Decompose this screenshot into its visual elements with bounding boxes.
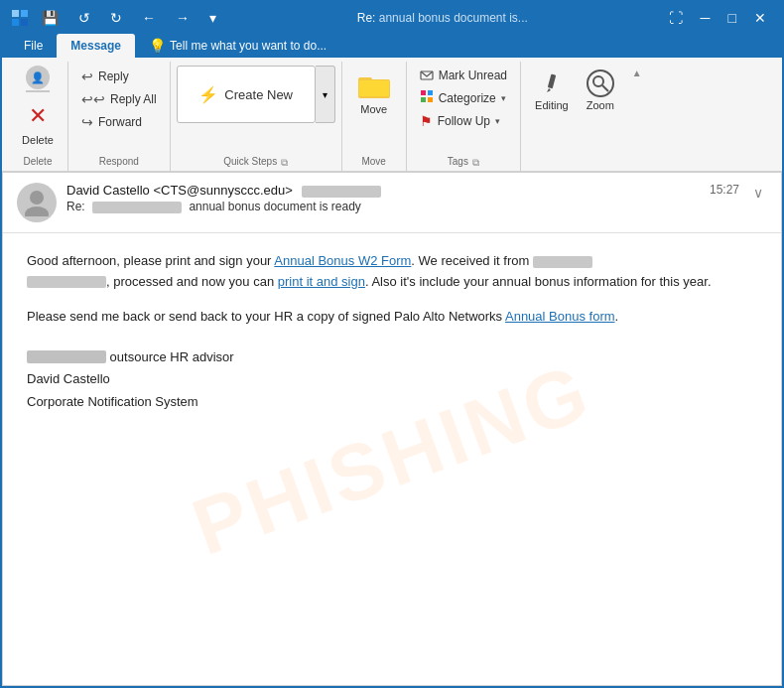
email-view: David Castello <CTS@sunnysccc.edu> Re: a… (2, 172, 782, 686)
ribbon-group-move: Move Move (342, 62, 407, 171)
forward-button[interactable]: ↪ Forward (74, 111, 164, 133)
forward-button[interactable]: → (168, 9, 197, 27)
minimize-button[interactable]: ─ (693, 9, 719, 27)
window-title: Re: annual bonus document is... (224, 11, 661, 25)
forward-icon: ↪ (81, 114, 93, 130)
svg-rect-10 (421, 97, 426, 102)
pencil-icon (538, 69, 566, 97)
email-paragraph-1: Good afternoon, please print and sign yo… (27, 251, 757, 293)
sender-name: David Castello <CTS@sunnysccc.edu> (66, 183, 293, 198)
respond-group-label: Respond (99, 154, 139, 171)
para1-mid: . We received it from (411, 253, 533, 268)
subject-prefix: Re: (66, 200, 85, 213)
redacted-sender (533, 256, 592, 268)
x-icon: ✕ (22, 100, 54, 132)
title-bar: 💾 ↺ ↻ ← → ▾ Re: annual bonus document is… (2, 2, 782, 34)
email-from: David Castello <CTS@sunnysccc.edu> (66, 183, 700, 198)
redo-button[interactable]: ↻ (102, 9, 130, 27)
follow-up-button[interactable]: ⚑ Follow Up ▾ (413, 110, 514, 132)
ribbon-group-quicksteps: ⚡ Create New ▾ Quick Steps ⧉ (171, 62, 342, 171)
maximize-button[interactable]: □ (720, 9, 744, 27)
tags-group-label: Tags (448, 154, 468, 171)
para1-end: . Also it's include your annual bonus in… (365, 274, 712, 289)
sig-line-1: outsource HR advisor (27, 346, 757, 368)
re-label: Re: (357, 11, 376, 25)
quicksteps-group-label: Quick Steps (223, 154, 277, 171)
editing-label: Editing (535, 99, 569, 111)
categorize-dropdown-icon: ▾ (501, 93, 506, 103)
dropdown-button[interactable]: ▾ (201, 9, 224, 27)
forward-label: Forward (98, 115, 142, 129)
person-line-icon (26, 90, 50, 92)
undo-button[interactable]: ↺ (70, 9, 98, 27)
email-time: 15:27 (710, 183, 739, 197)
editing-button[interactable]: Editing (527, 66, 577, 115)
para2-text: Please send me back or send back to your… (27, 309, 505, 324)
svg-point-16 (30, 191, 44, 205)
zoom-button[interactable]: Zoom (579, 66, 622, 115)
link-print-sign[interactable]: print it and sign (278, 274, 365, 289)
redacted-org (27, 276, 106, 288)
para2-end: . (615, 309, 619, 324)
folder-icon (356, 69, 392, 101)
mark-unread-label: Mark Unread (439, 69, 507, 82)
flag-icon: ⚑ (420, 113, 433, 129)
collapse-icon[interactable]: ▲ (630, 66, 644, 80)
quickstep-main: ⚡ Create New (177, 66, 316, 123)
link-annual-bonus-w2[interactable]: Annual Bonus W2 Form (274, 253, 411, 268)
delete-group-label: Delete (24, 154, 53, 171)
sig-line-3: Corporate Notification System (27, 391, 757, 413)
email-body: PHISHING Good afternoon, please print an… (3, 233, 781, 685)
delete-button[interactable]: ✕ Delete (14, 96, 62, 150)
quickstep-dropdown[interactable]: ▾ (316, 66, 335, 123)
svg-rect-6 (359, 80, 389, 96)
save-button[interactable]: 💾 (34, 9, 66, 27)
email-signature: outsource HR advisor David Castello Corp… (27, 346, 757, 412)
email-header: David Castello <CTS@sunnysccc.edu> Re: a… (3, 173, 781, 233)
tags-expand-icon[interactable]: ⧉ (472, 157, 479, 169)
tags-buttons: Mark Unread Categorize ▾ (413, 66, 514, 132)
reply-all-button[interactable]: ↩↩ Reply All (74, 88, 164, 110)
tab-message[interactable]: Message (57, 34, 135, 58)
tab-file[interactable]: File (10, 34, 57, 58)
quicksteps-expand-icon[interactable]: ⧉ (281, 157, 288, 169)
magnifier-icon (587, 69, 614, 97)
reply-button[interactable]: ↩ Reply (74, 66, 164, 87)
svg-rect-11 (428, 97, 433, 102)
svg-rect-1 (21, 10, 28, 17)
move-button[interactable]: Move (348, 66, 400, 119)
svg-rect-12 (548, 74, 556, 89)
svg-rect-8 (421, 90, 426, 95)
para1-start: Good afternoon, please print and sign yo… (27, 253, 274, 268)
para1-line2: , processed and now you can (106, 274, 278, 289)
lightning-icon: ⚡ (198, 85, 218, 104)
svg-rect-2 (12, 19, 19, 26)
expand-chevron[interactable]: ∨ (749, 183, 767, 203)
follow-up-label: Follow Up (438, 114, 490, 128)
reply-icon: ↩ (81, 69, 93, 84)
close-button[interactable]: ✕ (746, 9, 774, 27)
delete-label: Delete (22, 134, 54, 146)
create-new-label: Create New (224, 87, 293, 102)
resize-button[interactable]: ⛶ (661, 9, 691, 27)
link-annual-bonus-form[interactable]: Annual Bonus form (505, 309, 615, 324)
bulb-icon: 💡 (149, 38, 166, 54)
ribbon-collapse: ▲ (628, 62, 646, 171)
tell-me-label: Tell me what you want to do... (170, 39, 327, 53)
categorize-icon (420, 89, 434, 103)
subject-preview: annual bonus document is... (379, 11, 528, 25)
title-bar-left: 💾 ↺ ↻ ← → ▾ (10, 8, 224, 28)
categorize-button[interactable]: Categorize ▾ (413, 86, 514, 109)
followup-dropdown-icon: ▾ (495, 116, 500, 126)
mark-unread-button[interactable]: Mark Unread (413, 66, 514, 85)
window-controls: ⛶ ─ □ ✕ (661, 9, 774, 27)
subject-redacted (92, 202, 182, 213)
person-icon: 👤 (26, 66, 50, 89)
email-paragraph-2: Please send me back or send back to your… (27, 307, 757, 328)
categorize-label: Categorize (439, 91, 496, 105)
reply-all-icon: ↩↩ (81, 91, 105, 107)
back-button[interactable]: ← (134, 9, 164, 27)
move-group-label: Move (361, 154, 385, 171)
tell-me-box[interactable]: 💡 Tell me what you want to do... (139, 34, 336, 58)
envelope-icon (420, 69, 434, 82)
